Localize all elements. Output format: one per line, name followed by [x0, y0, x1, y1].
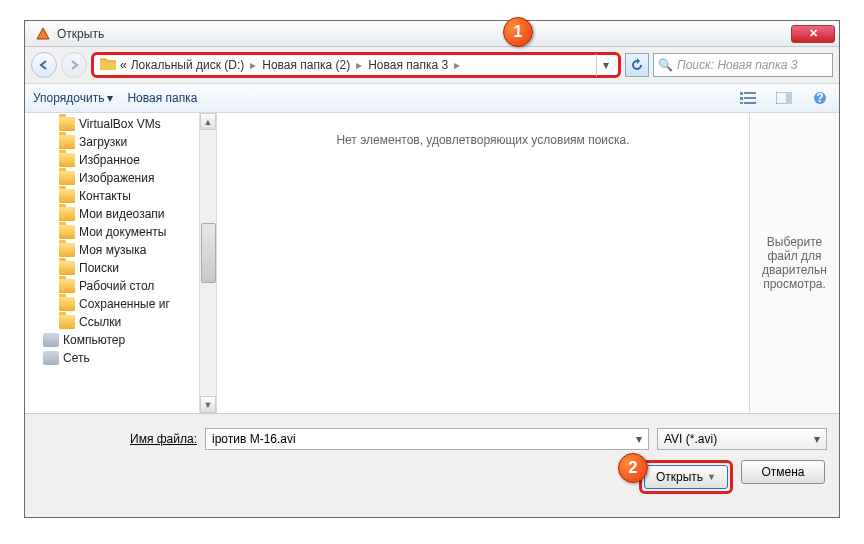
tree-item[interactable]: Изображения	[33, 169, 216, 187]
svg-rect-4	[744, 97, 756, 99]
tree-item[interactable]: Мои видеозапи	[33, 205, 216, 223]
tree-item[interactable]: Поиски	[33, 259, 216, 277]
folder-tree: VirtualBox VMsЗагрузкиИзбранноеИзображен…	[25, 113, 217, 413]
scrollbar[interactable]: ▲ ▼	[199, 113, 216, 413]
close-button[interactable]: ✕	[791, 25, 835, 43]
breadcrumb-item[interactable]: Новая папка (2)	[260, 58, 352, 72]
file-list: Нет элементов, удовлетворяющих условиям …	[217, 113, 749, 413]
search-icon: 🔍	[658, 58, 673, 72]
tree-item-label: Мои видеозапи	[79, 207, 165, 221]
breadcrumb-prefix: «	[118, 58, 129, 72]
tree-item[interactable]: VirtualBox VMs	[33, 115, 216, 133]
filename-input[interactable]: іротив М-16.avi ▾	[205, 428, 649, 450]
preview-pane: Выберите файл для дварительн просмотра.	[749, 113, 839, 413]
folder-icon	[59, 189, 75, 203]
new-folder-button[interactable]: Новая папка	[127, 91, 197, 105]
footer: Имя файла: іротив М-16.avi ▾ AVI (*.avi)…	[25, 413, 839, 517]
annotation-marker-2: 2	[618, 453, 648, 483]
address-dropdown[interactable]: ▾	[596, 54, 614, 76]
address-bar[interactable]: « Локальный диск (D:) ▸ Новая папка (2) …	[91, 52, 621, 78]
tree-item-label: Сохраненные иг	[79, 297, 170, 311]
empty-message: Нет элементов, удовлетворяющих условиям …	[336, 133, 629, 147]
folder-icon	[100, 57, 116, 73]
folder-icon	[59, 207, 75, 221]
view-options-button[interactable]	[737, 87, 759, 109]
folder-icon	[59, 225, 75, 239]
dialog-body: VirtualBox VMsЗагрузкиИзбранноеИзображен…	[25, 113, 839, 413]
tree-item-label: Загрузки	[79, 135, 127, 149]
organize-menu[interactable]: Упорядочить▾	[33, 91, 113, 105]
forward-button[interactable]	[61, 52, 87, 78]
back-button[interactable]	[31, 52, 57, 78]
refresh-button[interactable]	[625, 53, 649, 77]
folder-icon	[59, 171, 75, 185]
svg-rect-8	[786, 92, 792, 104]
preview-text: Выберите файл для дварительн просмотра.	[754, 235, 835, 291]
tree-item-label: Моя музыка	[79, 243, 146, 257]
folder-icon	[59, 297, 75, 311]
tree-item[interactable]: Рабочий стол	[33, 277, 216, 295]
tree-item[interactable]: Сеть	[33, 349, 216, 367]
svg-rect-3	[740, 97, 743, 100]
tree-item[interactable]: Избранное	[33, 151, 216, 169]
computer-icon	[43, 333, 59, 347]
chevron-right-icon: ▸	[450, 58, 464, 72]
search-placeholder: Поиск: Новая папка 3	[677, 58, 797, 72]
search-input[interactable]: 🔍 Поиск: Новая папка 3	[653, 53, 833, 77]
tree-item-label: Компьютер	[63, 333, 125, 347]
tree-item-label: Изображения	[79, 171, 154, 185]
folder-icon	[59, 153, 75, 167]
open-dialog: Открыть ✕ « Локальный диск (D:) ▸ Новая …	[24, 20, 840, 518]
folder-icon	[59, 117, 75, 131]
computer-icon	[43, 351, 59, 365]
preview-pane-button[interactable]	[773, 87, 795, 109]
cancel-button[interactable]: Отмена	[741, 460, 825, 484]
window-title: Открыть	[57, 27, 791, 41]
svg-rect-1	[740, 92, 743, 95]
breadcrumb-item[interactable]: Локальный диск (D:)	[129, 58, 247, 72]
chevron-down-icon[interactable]: ▾	[636, 432, 642, 446]
folder-icon	[59, 279, 75, 293]
chevron-right-icon: ▸	[246, 58, 260, 72]
open-button[interactable]: Открыть▼	[644, 465, 728, 489]
tree-item-label: Рабочий стол	[79, 279, 154, 293]
tree-item[interactable]: Ссылки	[33, 313, 216, 331]
chevron-down-icon: ▾	[107, 91, 113, 105]
tree-item[interactable]: Компьютер	[33, 331, 216, 349]
svg-marker-0	[37, 28, 49, 39]
tree-item-label: Избранное	[79, 153, 140, 167]
app-icon	[35, 26, 51, 42]
scroll-up-button[interactable]: ▲	[200, 113, 216, 130]
scroll-thumb[interactable]	[201, 223, 216, 283]
chevron-right-icon: ▸	[352, 58, 366, 72]
annotation-marker-1: 1	[503, 17, 533, 47]
tree-item-label: Мои документы	[79, 225, 166, 239]
tree-item-label: Поиски	[79, 261, 119, 275]
help-button[interactable]: ?	[809, 87, 831, 109]
folder-icon	[59, 135, 75, 149]
tree-item-label: VirtualBox VMs	[79, 117, 161, 131]
tree-item-label: Контакты	[79, 189, 131, 203]
tree-item[interactable]: Сохраненные иг	[33, 295, 216, 313]
titlebar: Открыть ✕	[25, 21, 839, 47]
open-button-highlight: 2 Открыть▼	[639, 460, 733, 494]
svg-rect-6	[744, 102, 756, 104]
filename-label: Имя файла:	[37, 432, 197, 446]
nav-row: « Локальный диск (D:) ▸ Новая папка (2) …	[25, 47, 839, 83]
tree-item[interactable]: Моя музыка	[33, 241, 216, 259]
tree-item[interactable]: Загрузки	[33, 133, 216, 151]
toolbar: Упорядочить▾ Новая папка ?	[25, 83, 839, 113]
folder-icon	[59, 243, 75, 257]
svg-rect-5	[740, 102, 743, 104]
tree-item[interactable]: Контакты	[33, 187, 216, 205]
folder-icon	[59, 261, 75, 275]
tree-item-label: Сеть	[63, 351, 90, 365]
filetype-select[interactable]: AVI (*.avi) ▾	[657, 428, 827, 450]
scroll-down-button[interactable]: ▼	[200, 396, 216, 413]
svg-rect-2	[744, 92, 756, 94]
tree-item-label: Ссылки	[79, 315, 121, 329]
tree-item[interactable]: Мои документы	[33, 223, 216, 241]
breadcrumb-item[interactable]: Новая папка 3	[366, 58, 450, 72]
svg-text:?: ?	[816, 91, 823, 105]
folder-icon	[59, 315, 75, 329]
